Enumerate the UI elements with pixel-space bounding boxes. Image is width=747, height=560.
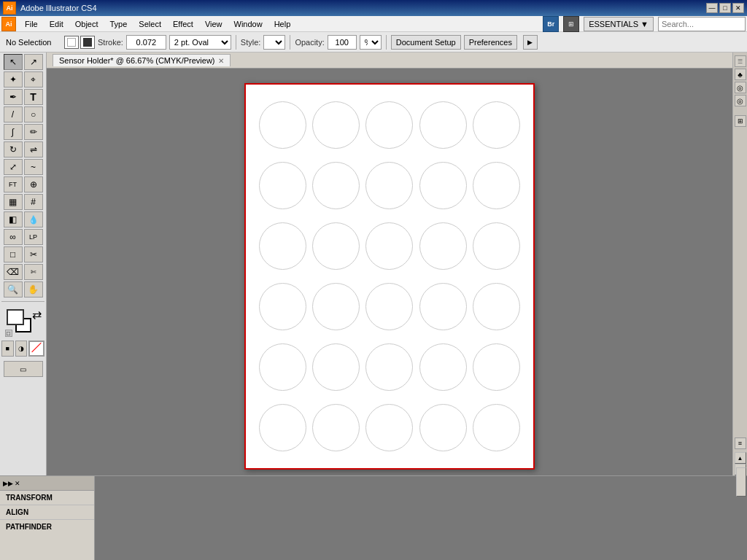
- extra-options-button[interactable]: ▶: [523, 35, 538, 50]
- titlebar-title: Adobe Illustrator CS4: [20, 4, 97, 12]
- zoom-tool[interactable]: 🔍: [4, 281, 23, 298]
- layers-icon[interactable]: ☰: [735, 55, 746, 67]
- menu-object[interactable]: Object: [69, 18, 104, 30]
- clubs-icon[interactable]: ♣: [735, 69, 746, 80]
- artboard: [244, 83, 535, 470]
- slice-tool[interactable]: ✂: [24, 246, 43, 262]
- stroke-type-select[interactable]: 2 pt. Oval: [169, 35, 231, 50]
- circle: [259, 222, 306, 270]
- panel-float-btn[interactable]: ✕: [15, 480, 20, 487]
- type-tool[interactable]: T: [24, 89, 43, 105]
- circle: [259, 404, 306, 451]
- opacity-unit-select[interactable]: %: [360, 35, 382, 50]
- tool-row-4: / ○: [1, 106, 44, 122]
- scissors-tool[interactable]: ✄: [24, 264, 43, 280]
- circle-cell: [259, 400, 306, 455]
- close-button[interactable]: ✕: [732, 3, 744, 13]
- preferences-button[interactable]: Preferences: [464, 35, 517, 50]
- menu-help[interactable]: Help: [268, 18, 297, 30]
- transform-tab[interactable]: TRANSFORM: [0, 491, 94, 505]
- menu-view[interactable]: View: [199, 18, 228, 30]
- search-input[interactable]: [658, 17, 746, 31]
- scroll-track-btn[interactable]: ≡: [735, 438, 746, 449]
- document-setup-button[interactable]: Document Setup: [391, 35, 461, 50]
- selection-tool[interactable]: ↖: [4, 54, 23, 70]
- essentials-dropdown[interactable]: ESSENTIALS ▼: [584, 17, 654, 31]
- maximize-button[interactable]: □: [719, 3, 731, 13]
- free-transform-tool[interactable]: FT: [4, 176, 23, 192]
- screen-mode-btn[interactable]: ▭: [4, 361, 43, 377]
- document-tab-close[interactable]: ✕: [218, 57, 224, 65]
- toolbox: ↖ ↗ ✦ ⌖ ✒ T / ○ ∫ ✏ ↻ ⇌ ⤢ ~ FT ⊕: [0, 52, 47, 475]
- eyedropper-tool[interactable]: 💧: [24, 211, 43, 228]
- minimize-button[interactable]: —: [706, 3, 718, 13]
- menu-type[interactable]: Type: [104, 18, 133, 30]
- canvas-scroll[interactable]: [47, 69, 732, 475]
- align-tab[interactable]: ALIGN: [0, 505, 94, 520]
- appearance-icon[interactable]: ◎: [735, 82, 746, 93]
- menu-edit[interactable]: Edit: [44, 18, 69, 30]
- warp-tool[interactable]: ~: [24, 159, 43, 175]
- menu-window[interactable]: Window: [228, 18, 268, 30]
- default-colors-btn[interactable]: □: [5, 330, 12, 337]
- tool-row-1: ↖ ↗: [1, 54, 44, 70]
- circle-cell: [365, 158, 413, 213]
- fill-swatch[interactable]: [64, 36, 79, 49]
- circle: [473, 101, 520, 149]
- gradient-mode-btn[interactable]: ◑: [15, 341, 28, 357]
- menu-select[interactable]: Select: [133, 18, 167, 30]
- paintbrush-tool[interactable]: ∫: [4, 124, 23, 140]
- none-mode-btn[interactable]: [28, 341, 44, 357]
- canvas-area: Sensor Holder* @ 66.67% (CMYK/Preview) ✕: [47, 52, 732, 475]
- style-select[interactable]: [263, 35, 285, 50]
- scroll-thumb[interactable]: [736, 467, 746, 497]
- toolbar-separator-3: [386, 35, 387, 50]
- gradient-tool[interactable]: ◧: [4, 211, 23, 228]
- pen-tool[interactable]: ✒: [4, 89, 23, 105]
- pencil-tool[interactable]: ✏: [24, 124, 43, 140]
- document-tab[interactable]: Sensor Holder* @ 66.67% (CMYK/Preview) ✕: [53, 54, 231, 66]
- panel-collapse-btn[interactable]: ▶▶: [3, 480, 13, 487]
- fill-color-swatch[interactable]: [7, 309, 24, 325]
- titlebar-controls[interactable]: — □ ✕: [706, 3, 744, 13]
- mirror-tool[interactable]: ⇌: [24, 141, 43, 158]
- stroke-value-input[interactable]: [126, 35, 166, 50]
- ellipse-tool[interactable]: ○: [24, 106, 43, 122]
- swap-colors-btn[interactable]: ⇄: [32, 308, 42, 322]
- lasso-tool[interactable]: ⌖: [24, 71, 43, 88]
- circle-cell: [312, 219, 360, 273]
- circle-cell: [365, 340, 413, 394]
- color-mode-btn[interactable]: ■: [1, 341, 14, 357]
- ai-menu-logo: Ai: [1, 17, 16, 31]
- symbol-tool[interactable]: ⊕: [24, 176, 43, 192]
- circle: [365, 162, 413, 209]
- graphic-styles-icon[interactable]: ⊞: [735, 115, 746, 127]
- opacity-input[interactable]: [328, 35, 357, 50]
- bridge-icon[interactable]: Br: [543, 16, 559, 32]
- menu-file[interactable]: File: [19, 18, 44, 30]
- workspace-icon[interactable]: ⊞: [563, 16, 579, 32]
- fill-stroke-area: ⇄ □: [5, 308, 42, 337]
- stroke-swatch[interactable]: [80, 36, 95, 49]
- graph-tool[interactable]: ▦: [4, 194, 23, 210]
- tool-row-13: ⌫ ✄: [1, 264, 44, 280]
- pathfinder-tab[interactable]: PATHFINDER: [0, 520, 94, 534]
- target-icon[interactable]: ◎: [735, 95, 746, 106]
- scroll-up-btn[interactable]: ▲: [735, 452, 746, 464]
- hand-tool[interactable]: ✋: [24, 281, 43, 298]
- scale-tool[interactable]: ⤢: [4, 159, 23, 175]
- circle: [365, 404, 413, 451]
- live-paint-tool[interactable]: LP: [24, 229, 43, 245]
- artboard-tool[interactable]: □: [4, 246, 23, 262]
- rotate-tool[interactable]: ↻: [4, 141, 23, 158]
- menu-effect[interactable]: Effect: [167, 18, 199, 30]
- direct-selection-tool[interactable]: ↗: [24, 54, 43, 70]
- mesh-tool[interactable]: #: [24, 194, 43, 210]
- circle: [259, 343, 306, 391]
- blend-tool[interactable]: ∞: [4, 229, 23, 245]
- circle-cell: [312, 340, 360, 394]
- eraser-tool[interactable]: ⌫: [4, 264, 23, 280]
- circle: [312, 162, 360, 209]
- line-tool[interactable]: /: [4, 106, 23, 122]
- magic-wand-tool[interactable]: ✦: [4, 71, 23, 88]
